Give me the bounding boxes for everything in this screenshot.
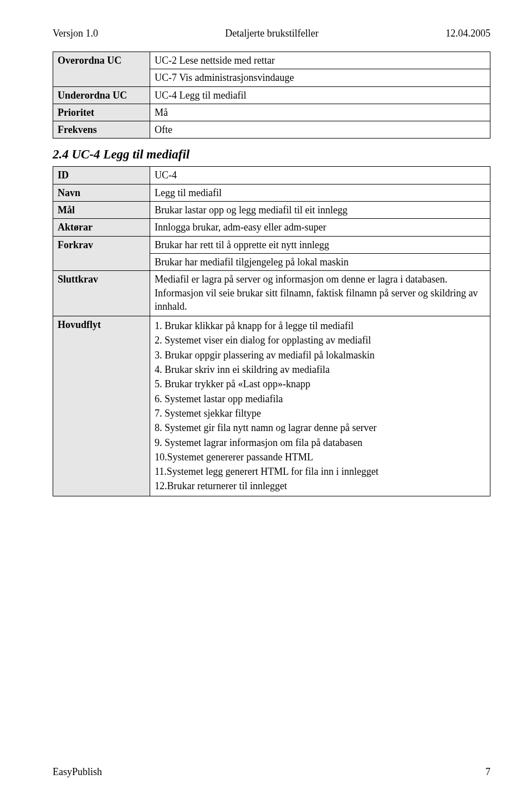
table-row: Forkrav Brukar har rett til å opprette e… [53, 236, 490, 253]
row-value: UC-4 Legg til mediafil [150, 86, 490, 104]
footer-page-number: 7 [485, 766, 490, 778]
row-label: ID [53, 167, 150, 184]
row-value: Må [150, 104, 490, 121]
row-value: Mediafil er lagra på server og informasj… [150, 271, 490, 316]
row-label: Underordna UC [53, 86, 150, 104]
sluttkrav-text: Mediafil er lagra på server og informasj… [155, 273, 485, 313]
table-row: Navn Legg til mediafil [53, 184, 490, 201]
flow-step: 8. Systemet gir fila nytt namn og lagrar… [155, 421, 485, 434]
table-row: Aktørar Innlogga brukar, adm-easy eller … [53, 219, 490, 236]
row-value: 1. Brukar klikkar på knapp for å legge t… [150, 316, 490, 496]
row-label: Forkrav [53, 236, 150, 271]
row-label: Navn [53, 184, 150, 201]
row-label: Sluttkrav [53, 271, 150, 316]
usecase-summary-table: Overordna UC UC-2 Lese nettside med rett… [53, 52, 490, 139]
header-title: Detaljerte brukstilfeller [225, 28, 318, 39]
row-label: Hovudflyt [53, 316, 150, 496]
row-label: Overordna UC [53, 52, 150, 87]
row-value: Ofte [150, 121, 490, 139]
table-row: Sluttkrav Mediafil er lagra på server og… [53, 271, 490, 316]
flow-step: 7. Systemet sjekkar filtype [155, 407, 485, 420]
page-header: Versjon 1.0 Detaljerte brukstilfeller 12… [53, 28, 490, 39]
row-label: Prioritet [53, 104, 150, 121]
table-row: ID UC-4 [53, 167, 490, 184]
flow-step: 5. Brukar trykker på «Last opp»-knapp [155, 377, 485, 391]
section-heading: 2.4 UC-4 Legg til mediafil [53, 147, 490, 162]
row-value: UC-7 Vis administrasjonsvindauge [150, 69, 490, 86]
header-version: Versjon 1.0 [53, 28, 98, 39]
page-footer: EasyPublish 7 [53, 766, 490, 778]
table-row: Prioritet Må [53, 104, 490, 121]
header-date: 12.04.2005 [446, 28, 490, 39]
table-row: Mål Brukar lastar opp og legg mediafil t… [53, 202, 490, 219]
flow-step: 9. Systemet lagrar informasjon om fila p… [155, 436, 485, 449]
flow-step: 2. Systemet viser ein dialog for opplast… [155, 334, 485, 347]
table-row: Hovudflyt 1. Brukar klikkar på knapp for… [53, 316, 490, 496]
table-row: Frekvens Ofte [53, 121, 490, 139]
table-row: Underordna UC UC-4 Legg til mediafil [53, 86, 490, 104]
row-value: Legg til mediafil [150, 184, 490, 201]
footer-title: EasyPublish [53, 766, 102, 778]
flow-step: 4. Brukar skriv inn ei skildring av medi… [155, 363, 485, 376]
row-value: UC-2 Lese nettside med rettar [150, 52, 490, 69]
usecase-detail-table: ID UC-4 Navn Legg til mediafil Mål Bruka… [53, 166, 490, 496]
flow-step: 12.Brukar returnerer til innlegget [155, 479, 485, 493]
row-value: Brukar har rett til å opprette eit nytt … [150, 236, 490, 253]
row-label: Mål [53, 202, 150, 219]
row-value: Innlogga brukar, adm-easy eller adm-supe… [150, 219, 490, 236]
flow-step: 3. Brukar oppgir plassering av mediafil … [155, 348, 485, 362]
flow-step: 11.Systemet legg generert HTML for fila … [155, 465, 485, 478]
row-label: Frekvens [53, 121, 150, 139]
flow-step: 1. Brukar klikkar på knapp for å legge t… [155, 319, 485, 332]
flow-step: 6. Systemet lastar opp mediafila [155, 392, 485, 406]
row-value: Brukar lastar opp og legg mediafil til e… [150, 202, 490, 219]
row-value: Brukar har mediafil tilgjengeleg på loka… [150, 253, 490, 270]
flow-step: 10.Systemet genererer passande HTML [155, 450, 485, 464]
table-row: Overordna UC UC-2 Lese nettside med rett… [53, 52, 490, 69]
row-value: UC-4 [150, 167, 490, 184]
row-label: Aktørar [53, 219, 150, 236]
